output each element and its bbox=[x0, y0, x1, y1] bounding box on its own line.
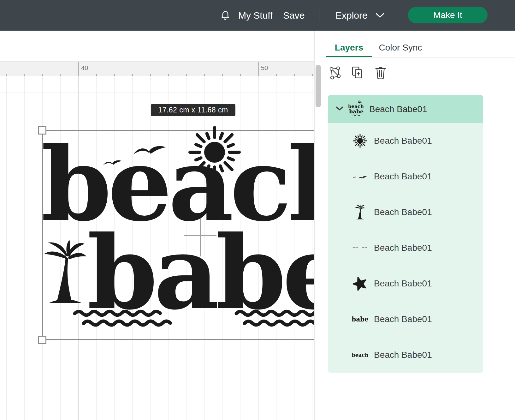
top-bar: My Stuff Save Explore Make It bbox=[0, 0, 515, 31]
artwork-wave[interactable] bbox=[234, 308, 315, 317]
artwork-bird-small[interactable] bbox=[103, 159, 122, 168]
layer-label: Beach Babe01 bbox=[374, 279, 432, 289]
size-tooltip: 17.62 cm x 11.68 cm bbox=[151, 104, 235, 116]
make-it-button[interactable]: Make It bbox=[408, 7, 488, 23]
tab-layers[interactable]: Layers bbox=[326, 39, 372, 56]
artwork-wave[interactable] bbox=[242, 318, 315, 327]
save-button[interactable]: Save bbox=[283, 0, 305, 31]
svg-text:beach: beach bbox=[352, 352, 368, 358]
my-stuff-link[interactable]: My Stuff bbox=[238, 0, 273, 31]
layer-label: Beach Babe01 bbox=[374, 243, 432, 253]
layer-row-birds[interactable]: Beach Babe01 bbox=[328, 159, 483, 195]
artwork-bird-large[interactable] bbox=[133, 144, 167, 159]
starfish-icon bbox=[351, 277, 369, 291]
selection-handle-bottom-left[interactable] bbox=[38, 336, 46, 344]
layer-label: Beach Babe01 bbox=[374, 350, 432, 360]
waves-icon bbox=[351, 246, 369, 250]
group-objects-icon[interactable] bbox=[329, 66, 342, 82]
selection-handle-top-left[interactable] bbox=[38, 126, 46, 135]
panel-divider bbox=[324, 57, 515, 57]
edit-toolbar-empty bbox=[0, 31, 315, 62]
chevron-down-icon[interactable] bbox=[376, 0, 384, 31]
layer-row-starfish[interactable]: Beach Babe01 bbox=[328, 266, 483, 301]
group-thumbnail: beach babe bbox=[348, 100, 364, 118]
palm-tree-icon bbox=[351, 204, 369, 220]
svg-text:babe: babe bbox=[352, 315, 368, 323]
delete-trash-icon[interactable] bbox=[375, 66, 387, 81]
layer-group-children: Beach Babe01 Beach Babe01 bbox=[328, 123, 483, 373]
artwork-wave[interactable] bbox=[73, 308, 167, 317]
tab-color-sync[interactable]: Color Sync bbox=[372, 39, 429, 56]
sun-icon bbox=[351, 134, 369, 148]
layer-group-label: Beach Babe01 bbox=[369, 104, 427, 114]
layer-label: Beach Babe01 bbox=[374, 207, 432, 217]
horizontal-ruler: 40 50 bbox=[0, 62, 315, 76]
explore-menu[interactable]: Explore bbox=[335, 0, 368, 31]
canvas-vertical-scrollbar[interactable] bbox=[316, 65, 321, 107]
ruler-label-40: 40 bbox=[81, 64, 88, 72]
layer-row-beach-text[interactable]: beach Beach Babe01 bbox=[328, 337, 483, 373]
duplicate-icon[interactable] bbox=[351, 66, 363, 81]
artwork-palm-tree[interactable] bbox=[43, 240, 87, 306]
layer-group-row[interactable]: beach babe Beach Babe01 bbox=[328, 95, 483, 123]
topbar-separator bbox=[319, 9, 319, 21]
babe-text-icon: babe bbox=[351, 315, 369, 324]
layer-row-babe-text[interactable]: babe Beach Babe01 bbox=[328, 301, 483, 337]
svg-text:babe: babe bbox=[349, 108, 364, 115]
artwork-wave[interactable] bbox=[81, 318, 178, 327]
chevron-down-icon[interactable] bbox=[336, 106, 343, 112]
layer-label: Beach Babe01 bbox=[374, 314, 432, 324]
notifications-bell-icon[interactable] bbox=[220, 0, 231, 31]
layer-row-palm[interactable]: Beach Babe01 bbox=[328, 195, 483, 230]
beach-text-icon: beach bbox=[351, 351, 369, 359]
layer-label: Beach Babe01 bbox=[374, 171, 432, 182]
artwork-sun[interactable] bbox=[188, 126, 241, 179]
layer-row-sun[interactable]: Beach Babe01 bbox=[328, 123, 483, 159]
selection-border-bottom[interactable] bbox=[42, 339, 315, 340]
ruler-label-50: 50 bbox=[261, 64, 268, 72]
layer-row-waves[interactable]: Beach Babe01 bbox=[328, 230, 483, 266]
app-window: My Stuff Save Explore Make It 40 50 beac… bbox=[0, 0, 515, 420]
grid-major-line bbox=[0, 365, 315, 365]
design-canvas[interactable]: beach babe bbox=[0, 76, 315, 420]
canvas-right-edge bbox=[314, 31, 315, 420]
layers-panel: Layers Color Sync bbox=[324, 31, 515, 420]
birds-icon bbox=[351, 173, 369, 180]
layer-label: Beach Babe01 bbox=[374, 136, 432, 146]
